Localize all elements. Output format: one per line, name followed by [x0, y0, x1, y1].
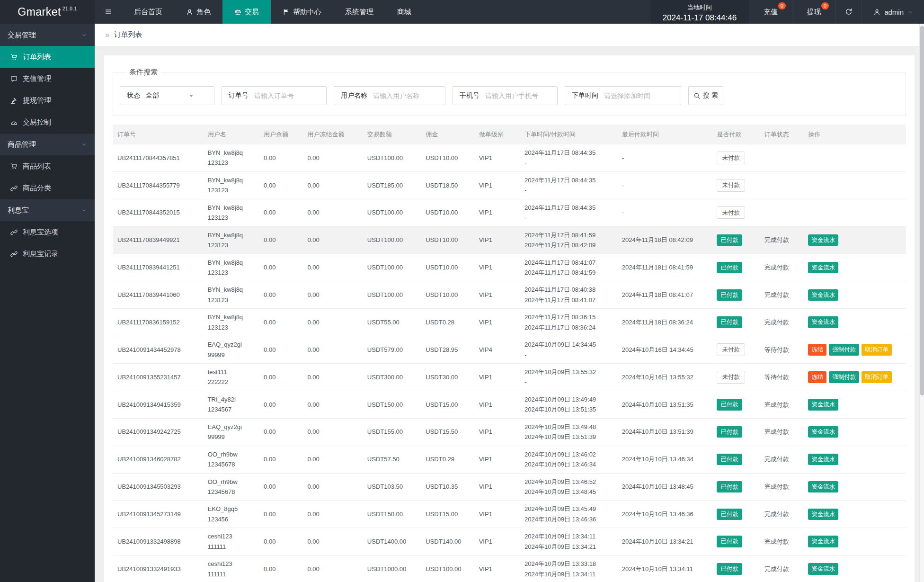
level-cell: VIP1: [474, 226, 520, 254]
scrollbar-thumb[interactable]: [920, 26, 924, 395]
topbar: Gmarket21.0.1 后台首页角色交易帮助中心系统管理商城 当地时间 20…: [0, 0, 924, 24]
table-row: UB2410091332498898ceshi1231111110.000.00…: [113, 528, 906, 555]
user-cell: test111222222: [203, 364, 259, 391]
user-menu[interactable]: admin: [862, 0, 924, 24]
pay-status-badge: 未付款: [717, 206, 745, 219]
sidebar-item-商品分类[interactable]: 商品分类: [0, 177, 95, 199]
sidebar-item-订单列表[interactable]: 订单列表: [0, 46, 95, 68]
level-cell: VIP1: [474, 446, 520, 473]
chevron-down-icon: [81, 32, 87, 38]
action-button-资金流水[interactable]: 资金流水: [808, 289, 838, 301]
sidebar-group-商品管理[interactable]: 商品管理: [0, 133, 95, 155]
last-pay-time-cell: 2024年11月18日 08:41:59: [617, 254, 712, 281]
nav-item-系统管理[interactable]: 系统管理: [333, 0, 385, 24]
balance-cell: 0.00: [259, 391, 302, 418]
column-header-用户余额: 用户余额: [259, 125, 302, 144]
action-button-冻结[interactable]: 冻结: [808, 344, 826, 356]
pay-status-badge: 已付款: [717, 316, 742, 328]
phone-input[interactable]: [485, 92, 557, 99]
frozen-cell: 0.00: [302, 254, 362, 281]
order-no-input[interactable]: [254, 92, 326, 99]
pay-status-badge: 未付款: [717, 371, 745, 384]
sidebar-item-利息宝记录[interactable]: 利息宝记录: [0, 243, 95, 265]
nav-item-帮助中心[interactable]: 帮助中心: [271, 0, 333, 24]
commission-cell: USDT100.00: [421, 555, 474, 582]
level-cell: VIP1: [474, 473, 520, 501]
order-no-cell: UB2411170839441060: [113, 281, 203, 309]
actions-cell: 资金流水: [803, 281, 906, 309]
last-pay-time-cell: 2024年11月18日 08:36:24: [617, 309, 712, 336]
table-row: UB2410091434452978EAQ_qyz2gi999990.000.0…: [113, 336, 906, 364]
refresh-button[interactable]: [835, 0, 862, 24]
action-button-资金流水[interactable]: 资金流水: [808, 509, 838, 520]
level-cell: VIP1: [474, 528, 520, 555]
table-row: UB2410091345273149EKO_8gq51234560.000.00…: [113, 501, 906, 528]
action-button-资金流水[interactable]: 资金流水: [808, 454, 838, 466]
sidebar-item-商品列表[interactable]: 商品列表: [0, 155, 95, 177]
action-button-资金流水[interactable]: 资金流水: [808, 563, 838, 575]
search-button[interactable]: 搜 索: [688, 86, 723, 105]
order-no-cell: UB2410091434452978: [113, 336, 203, 364]
sidebar-group-利息宝[interactable]: 利息宝: [0, 199, 95, 221]
status-selected-value: 全部: [146, 91, 189, 100]
amount-cell: USDT103.50: [363, 473, 421, 501]
sidebar-group-交易管理[interactable]: 交易管理: [0, 24, 95, 46]
order-time-input[interactable]: [604, 92, 681, 99]
action-button-资金流水[interactable]: 资金流水: [808, 316, 838, 328]
sidebar-item-充值管理[interactable]: 充值管理: [0, 68, 95, 90]
action-button-强制付款[interactable]: 强制付款: [829, 371, 859, 383]
balance-cell: 0.00: [259, 144, 302, 171]
nav-item-角色[interactable]: 角色: [174, 0, 222, 24]
action-button-资金流水[interactable]: 资金流水: [808, 481, 838, 493]
nav-item-后台首页[interactable]: 后台首页: [122, 0, 174, 24]
pay-status-badge: 已付款: [717, 536, 742, 547]
user-cell: TRI_4y82i1234567: [203, 391, 259, 418]
action-button-资金流水[interactable]: 资金流水: [808, 234, 838, 246]
amount-cell: USDT100.00: [363, 226, 421, 254]
level-cell: VIP1: [474, 171, 520, 199]
user-cell: OO_rh9bw12345678: [203, 473, 259, 501]
pay-status-badge: 未付款: [717, 179, 745, 192]
amount-cell: USDT185.00: [363, 171, 421, 199]
user-icon: [873, 9, 880, 16]
action-button-资金流水[interactable]: 资金流水: [808, 426, 838, 438]
action-button-强制付款[interactable]: 强制付款: [829, 344, 859, 356]
order-no-cell: UB2411170839441251: [113, 254, 203, 281]
sidebar-item-利息宝选项[interactable]: 利息宝选项: [0, 221, 95, 243]
sidebar-item-提现管理[interactable]: 提现管理: [0, 90, 95, 111]
frozen-cell: 0.00: [302, 309, 362, 336]
amount-cell: USDT155.00: [363, 418, 421, 446]
action-button-取消订单[interactable]: 取消订单: [862, 371, 892, 383]
sidebar-toggle-button[interactable]: [95, 0, 122, 24]
frozen-cell: 0.00: [302, 418, 362, 446]
action-button-资金流水[interactable]: 资金流水: [808, 262, 838, 274]
pay-status-badge: 已付款: [717, 481, 742, 493]
action-button-取消订单[interactable]: 取消订单: [862, 344, 892, 356]
pay-status-cell: 已付款: [712, 473, 759, 501]
action-button-资金流水[interactable]: 资金流水: [808, 536, 838, 547]
order-no-cell: UB2410091332491933: [113, 555, 203, 582]
app-logo[interactable]: Gmarket21.0.1: [0, 0, 95, 24]
order-status-cell: 等待付款: [760, 336, 803, 364]
local-time-panel: 当地时间 2024-11-17 08:44:46: [650, 0, 750, 24]
order-no-cell: UB2410091345273149: [113, 501, 203, 528]
column-header-用户冻结金额: 用户冻结金额: [302, 125, 362, 144]
order-time-cell: 2024年10月09日 13:34:112024年10月09日 13:34:21: [520, 528, 617, 555]
nav-item-商城[interactable]: 商城: [385, 0, 423, 24]
action-button-冻结[interactable]: 冻结: [808, 371, 826, 383]
status-select[interactable]: 状态 全部: [120, 86, 214, 105]
recharge-notice-button[interactable]: 充值 0: [749, 0, 792, 24]
action-button-资金流水[interactable]: 资金流水: [808, 399, 838, 411]
pay-status-cell: 已付款: [712, 528, 759, 555]
last-pay-time-cell: 2024年10月16日 13:55:32: [617, 364, 712, 391]
column-header-下单时间/付款时间: 下单时间/付款时间: [520, 125, 617, 144]
username-input[interactable]: [373, 92, 445, 99]
pay-status-cell: 未付款: [712, 144, 759, 171]
sidebar-item-交易控制[interactable]: 交易控制: [0, 111, 95, 133]
breadcrumb-chevron-icon: »: [105, 30, 109, 40]
balance-cell: 0.00: [259, 309, 302, 336]
nav-item-交易[interactable]: 交易: [222, 0, 271, 24]
actions-cell: 资金流水: [803, 226, 906, 254]
pay-status-badge: 已付款: [717, 234, 742, 246]
withdraw-notice-button[interactable]: 提现 0: [792, 0, 835, 24]
